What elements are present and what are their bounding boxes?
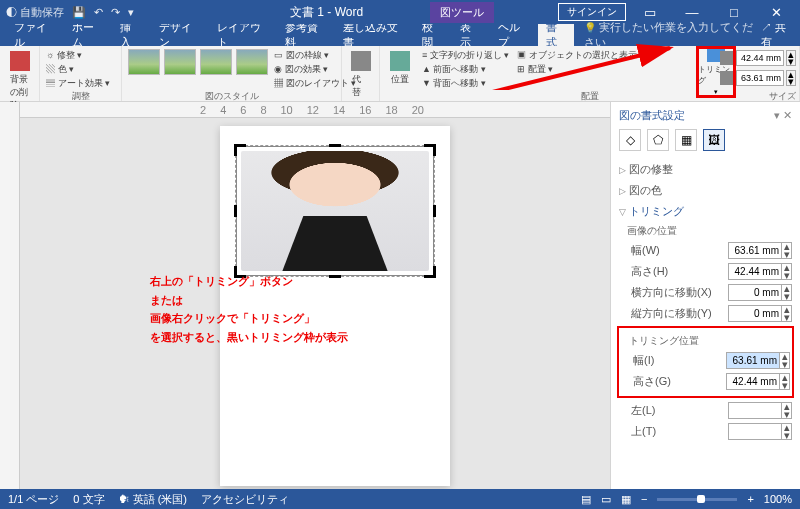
picture-styles-gallery[interactable]	[128, 49, 268, 90]
view-print-layout-icon[interactable]: ▤	[581, 493, 591, 506]
crop-left-input[interactable]	[728, 402, 782, 419]
subhead-crop-position: トリミング位置	[621, 332, 790, 350]
ribbon-tabs: ファイル ホーム 挿入 デザイン レイアウト 参考資料 差し込み文書 校閲 表示…	[0, 24, 800, 46]
workspace: 2468101214161820 右上の「トリミング」ボタン または 画像右クリ…	[0, 102, 800, 489]
pane-tab-fill-icon[interactable]: ◇	[619, 129, 641, 151]
accessibility-status[interactable]: アクセシビリティ	[201, 492, 289, 507]
zoom-level[interactable]: 100%	[764, 493, 792, 505]
zoom-in-icon[interactable]: +	[747, 493, 753, 505]
document-canvas[interactable]: 2468101214161820 右上の「トリミング」ボタン または 画像右クリ…	[20, 102, 610, 489]
language-status[interactable]: 🗣 英語 (米国)	[119, 492, 187, 507]
vertical-ruler	[0, 102, 20, 489]
section-corrections[interactable]: 図の修整	[619, 159, 792, 180]
quick-access-toolbar: ◐ 自動保存 💾 ↶ ↷ ▾	[6, 5, 134, 20]
close-icon[interactable]: ✕	[758, 5, 794, 20]
pane-close-icon[interactable]: ▾ ✕	[774, 109, 792, 122]
ribbon-display-icon[interactable]: ▭	[632, 5, 668, 20]
pane-tab-layout-icon[interactable]: ▦	[675, 129, 697, 151]
image-crop-frame[interactable]	[236, 146, 434, 276]
minimize-icon[interactable]: —	[674, 5, 710, 20]
contextual-tab-picture-tools: 図ツール	[430, 2, 494, 23]
offset-x-input[interactable]	[728, 284, 782, 301]
annotation-highlight-crop	[696, 46, 736, 98]
color-button[interactable]: ▧ 色 ▾	[46, 63, 115, 76]
inserted-image[interactable]	[241, 151, 429, 271]
corrections-button[interactable]: ☼ 修整 ▾	[46, 49, 115, 62]
crop-width-input[interactable]	[728, 242, 782, 259]
align-button[interactable]: ⊞ 配置 ▾	[517, 63, 637, 76]
crop-pos-height-input[interactable]	[726, 373, 780, 390]
zoom-slider[interactable]	[657, 498, 737, 501]
word-count[interactable]: 0 文字	[73, 492, 104, 507]
selection-pane-button[interactable]: ▣ オブジェクトの選択と表示	[517, 49, 637, 62]
annotation-highlight-crop-position: トリミング位置 幅(I)▴▾ 高さ(G)▴▾	[617, 326, 794, 398]
section-crop[interactable]: トリミング	[619, 201, 792, 222]
offset-y-input[interactable]	[728, 305, 782, 322]
wrap-text-button[interactable]: ≡ 文字列の折り返し ▾	[422, 49, 509, 62]
width-spinner[interactable]: ▴▾	[786, 70, 796, 86]
shape-width-input[interactable]	[736, 70, 784, 86]
bring-forward-button[interactable]: ▲ 前面へ移動 ▾	[422, 63, 509, 76]
shape-height-input[interactable]	[736, 50, 784, 66]
zoom-out-icon[interactable]: −	[641, 493, 647, 505]
pane-title: 図の書式設定	[619, 108, 685, 123]
ribbon: 背景の削除 ☼ 修整 ▾ ▧ 色 ▾ ▤ アート効果 ▾ 調整 ▭ 図の枠線 ▾…	[0, 46, 800, 102]
horizontal-ruler: 2468101214161820	[20, 102, 610, 118]
maximize-icon[interactable]: □	[716, 5, 752, 20]
format-picture-pane: 図の書式設定▾ ✕ ◇ ⬠ ▦ 🖼 図の修整 図の色 トリミング 画像の位置 幅…	[610, 102, 800, 489]
view-read-mode-icon[interactable]: ▭	[601, 493, 611, 506]
view-web-layout-icon[interactable]: ▦	[621, 493, 631, 506]
save-icon[interactable]: 💾	[72, 6, 86, 19]
height-spinner[interactable]: ▴▾	[786, 50, 796, 66]
crop-pos-width-input[interactable]	[726, 352, 780, 369]
undo-icon[interactable]: ↶	[94, 6, 103, 19]
section-color[interactable]: 図の色	[619, 180, 792, 201]
autosave-toggle[interactable]: ◐ 自動保存	[6, 5, 64, 20]
redo-icon[interactable]: ↷	[111, 6, 120, 19]
crop-height-input[interactable]	[728, 263, 782, 280]
document-title: 文書 1 - Word	[290, 4, 363, 21]
qat-more-icon[interactable]: ▾	[128, 6, 134, 19]
subhead-image-position: 画像の位置	[619, 222, 792, 240]
pane-tab-picture-icon[interactable]: 🖼	[703, 129, 725, 151]
artistic-effects-button[interactable]: ▤ アート効果 ▾	[46, 77, 115, 90]
signin-button[interactable]: サインイン	[558, 3, 626, 21]
position-button[interactable]: 位置	[386, 49, 414, 90]
status-bar: 1/1 ページ 0 文字 🗣 英語 (米国) アクセシビリティ ▤ ▭ ▦ − …	[0, 489, 800, 509]
pane-tab-effects-icon[interactable]: ⬠	[647, 129, 669, 151]
send-backward-button[interactable]: ▼ 背面へ移動 ▾	[422, 77, 509, 90]
annotation-text: 右上の「トリミング」ボタン または 画像右クリックで「トリミング」 を選択すると…	[150, 272, 348, 347]
page-count[interactable]: 1/1 ページ	[8, 492, 59, 507]
crop-top-input[interactable]	[728, 423, 782, 440]
